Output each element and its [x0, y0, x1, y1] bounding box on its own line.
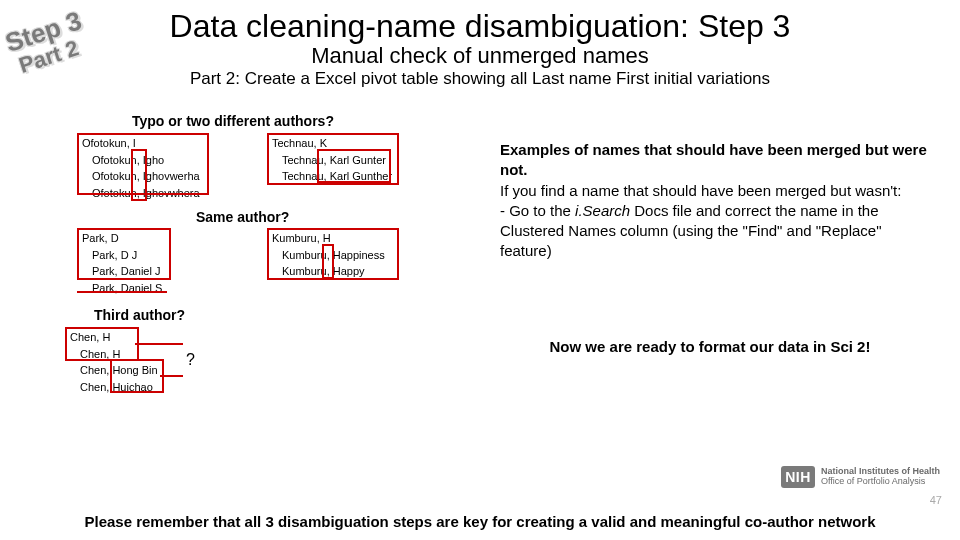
instructions-block: Examples of names that should have been … [500, 140, 930, 262]
highlight-box [317, 149, 391, 183]
highlight-box [131, 149, 147, 201]
instr-bullet-a: - Go to the [500, 202, 575, 219]
instr-line: If you find a name that should have been… [500, 182, 901, 199]
highlight-line [77, 291, 167, 293]
highlight-box [110, 359, 164, 393]
highlight-box [77, 228, 171, 280]
question-mark: ? [186, 351, 195, 369]
page-title: Data cleaning-name disambiguation: Step … [0, 8, 960, 45]
highlight-line [135, 343, 183, 345]
highlight-box [65, 327, 139, 361]
highlight-box [322, 244, 334, 279]
footer-note: Please remember that all 3 disambiguatio… [0, 513, 960, 530]
nih-logo: NIH National Institutes of Health Office… [781, 466, 940, 488]
highlight-line [160, 375, 183, 377]
label-third: Third author? [94, 307, 185, 323]
ready-line: Now we are ready to format our data in S… [500, 338, 920, 355]
part2-line: Part 2: Create a Excel pivot table showi… [0, 69, 960, 89]
instr-isearch: i.Search [575, 202, 630, 219]
nih-badge-icon: NIH [781, 466, 815, 488]
list-item: Park, Daniel S [82, 280, 162, 297]
nih-line2: Office of Portfolio Analysis [821, 477, 940, 487]
nih-text: National Institutes of Health Office of … [821, 467, 940, 487]
label-typo: Typo or two different authors? [132, 113, 334, 129]
label-same: Same author? [196, 209, 289, 225]
page-number: 47 [930, 494, 942, 506]
page-subtitle: Manual check of unmerged names [0, 43, 960, 69]
instr-title: Examples of names that should have been … [500, 141, 927, 178]
